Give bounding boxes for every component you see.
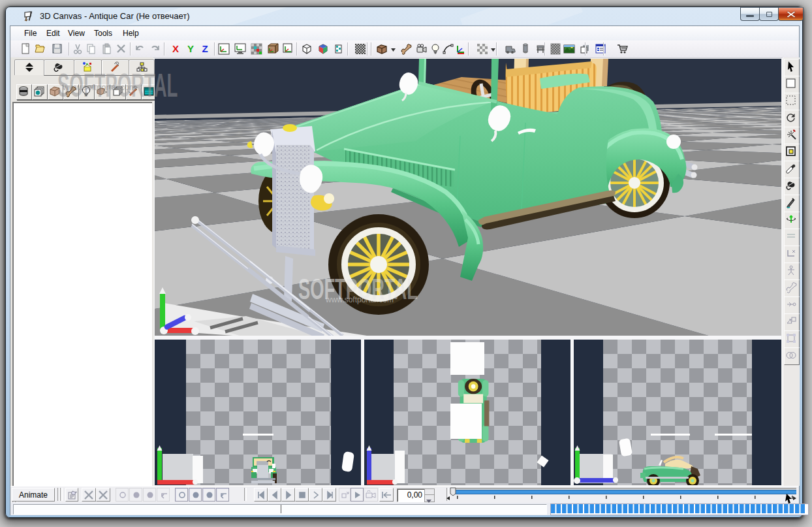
svg-text:X: X bbox=[172, 43, 179, 54]
svg-text:Y: Y bbox=[187, 43, 194, 54]
svg-text:Z: Z bbox=[202, 43, 208, 54]
